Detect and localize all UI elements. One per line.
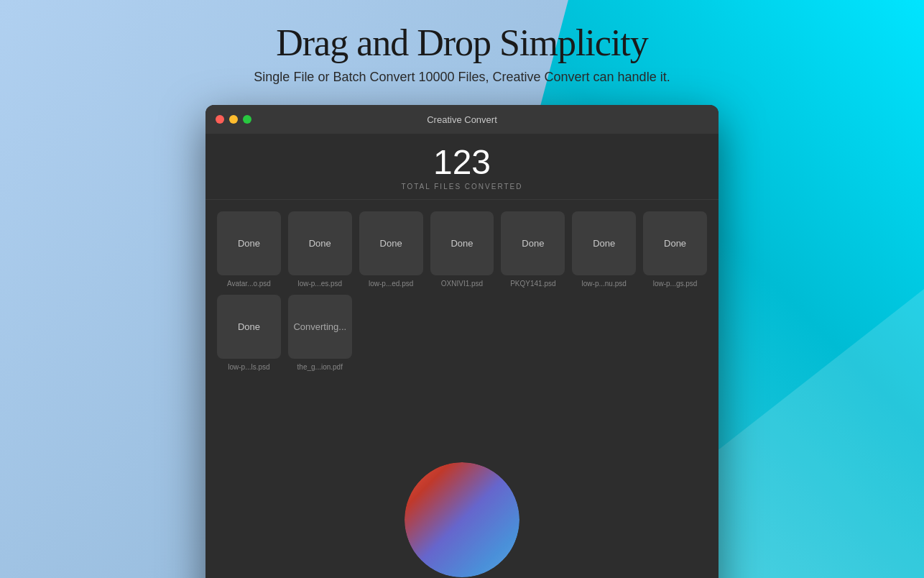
file-card[interactable]: Done [430, 211, 494, 275]
list-item: DonePKQY141.psd [501, 211, 565, 288]
counter-number: 123 [205, 145, 719, 180]
file-card[interactable]: Converting... [288, 295, 352, 359]
close-button[interactable] [216, 115, 224, 124]
maximize-button[interactable] [243, 115, 251, 124]
app-window: Creative Convert 123 TOTAL FILES CONVERT… [205, 105, 719, 578]
list-item: Donelow-p...gs.psd [643, 211, 707, 288]
list-item: Converting...the_g...ion.pdf [288, 295, 352, 371]
counter-section: 123 TOTAL FILES CONVERTED [205, 134, 719, 200]
counter-label: TOTAL FILES CONVERTED [205, 183, 719, 191]
file-card[interactable]: Done [643, 211, 707, 275]
list-item: Donelow-p...nu.psd [572, 211, 636, 288]
page-subtitle: Single File or Batch Convert 10000 Files… [254, 70, 670, 85]
file-name: low-p...es.psd [288, 280, 352, 288]
page-title: Drag and Drop Simplicity [276, 22, 648, 64]
file-name: the_g...ion.pdf [288, 363, 352, 371]
title-bar: Creative Convert [205, 105, 719, 134]
list-item: Donelow-p...ls.psd [217, 295, 281, 371]
file-name: Avatar...o.psd [217, 280, 281, 288]
list-item: DoneOXNIVI1.psd [430, 211, 494, 288]
file-card[interactable]: Done [572, 211, 636, 275]
file-name: OXNIVI1.psd [430, 280, 494, 288]
file-name: low-p...nu.psd [572, 280, 636, 288]
file-card[interactable]: Done [359, 211, 423, 275]
traffic-lights [216, 115, 251, 124]
file-name: low-p...ed.psd [359, 280, 423, 288]
list-item: Donelow-p...ed.psd [359, 211, 423, 288]
minimize-button[interactable] [229, 115, 238, 124]
list-item: Donelow-p...es.psd [288, 211, 352, 288]
file-card[interactable]: Done [217, 295, 281, 359]
drop-circle-inner [405, 462, 519, 577]
list-item: DoneAvatar...o.psd [217, 211, 281, 288]
file-name: low-p...ls.psd [217, 363, 281, 371]
window-title: Creative Convert [427, 114, 497, 125]
file-name: low-p...gs.psd [643, 280, 707, 288]
drop-area[interactable] [205, 430, 719, 578]
file-card[interactable]: Done [217, 211, 281, 275]
page-container: Drag and Drop Simplicity Single File or … [0, 0, 924, 578]
drop-circle [405, 462, 519, 577]
files-area: DoneAvatar...o.psdDonelow-p...es.psdDone… [205, 200, 719, 430]
file-card[interactable]: Done [288, 211, 352, 275]
file-card[interactable]: Done [501, 211, 565, 275]
file-name: PKQY141.psd [501, 280, 565, 288]
files-grid: DoneAvatar...o.psdDonelow-p...es.psdDone… [217, 211, 707, 371]
